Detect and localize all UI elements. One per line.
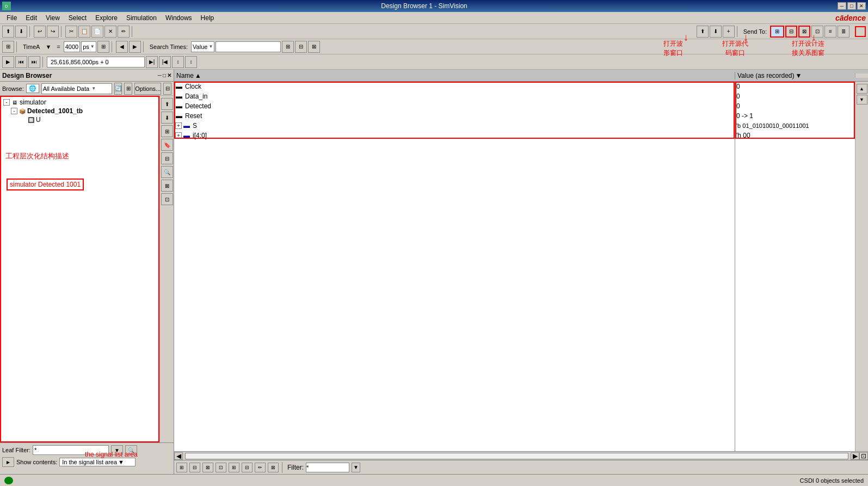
tb1-send5[interactable]: ≡ bbox=[824, 26, 836, 38]
tb3-extra2[interactable]: |◀ bbox=[159, 56, 171, 68]
tb1-nav2[interactable]: ⬇ bbox=[710, 26, 722, 38]
tb2-step[interactable]: ⊞ bbox=[2, 41, 14, 53]
filter-btn5[interactable]: ⊞ bbox=[229, 463, 239, 472]
tb1-send1[interactable]: ⊞ bbox=[770, 26, 784, 38]
tb1-send3[interactable]: ⊠ bbox=[798, 26, 810, 38]
search-type-select[interactable]: Value ▼ bbox=[191, 41, 214, 52]
tree-item-detected-tb[interactable]: - 📦 Detected_1001_tb bbox=[2, 107, 157, 115]
signal-row-datain[interactable]: ▬ Data_in bbox=[174, 91, 735, 101]
detected-tb-expander[interactable]: - bbox=[11, 108, 17, 114]
tb1-send4[interactable]: ⊡ bbox=[811, 26, 823, 38]
browse-options[interactable]: ⊞ bbox=[124, 83, 132, 95]
tb2-search-next[interactable]: ⊠ bbox=[308, 41, 320, 53]
tb2-wave[interactable]: ⊞ bbox=[97, 41, 109, 53]
panel-close-btn[interactable]: ─ bbox=[158, 72, 162, 78]
tb1-paste[interactable]: 📄 bbox=[91, 26, 103, 38]
menu-select[interactable]: Select bbox=[64, 13, 91, 23]
tree-item-u[interactable]: 🔲 U bbox=[2, 115, 157, 124]
tb1-nav1[interactable]: ⬆ bbox=[697, 26, 709, 38]
minimize-button[interactable]: ─ bbox=[838, 2, 846, 10]
value-col-header[interactable]: Value (as recorded) ▼ bbox=[735, 72, 855, 79]
menu-windows[interactable]: Windows bbox=[161, 13, 196, 23]
vb4[interactable]: 🔖 bbox=[161, 139, 173, 151]
signal-name-area[interactable]: ▬ Clock ▬ Data_in ▬ Detected ▬ Reset + bbox=[174, 82, 735, 451]
tb3-play[interactable]: ▶ bbox=[2, 56, 14, 68]
leaf-filter-dropdown[interactable]: ▼ bbox=[111, 445, 123, 455]
browse-refresh[interactable]: 🔄 bbox=[114, 83, 122, 95]
signal-row-detected[interactable]: ▬ Detected bbox=[174, 101, 735, 111]
panel-header-controls[interactable]: ─ □ ✕ bbox=[158, 72, 171, 78]
filter-btn1[interactable]: ⊞ bbox=[176, 463, 187, 472]
panel-x-btn[interactable]: ✕ bbox=[167, 72, 171, 78]
tb2-fwd[interactable]: ▶ bbox=[129, 41, 141, 53]
filter-arrow-btn[interactable]: ▼ bbox=[352, 463, 360, 472]
browse-extra[interactable]: ⊟ bbox=[163, 83, 171, 95]
show-contents-select[interactable]: In the signal list area ▼ bbox=[59, 458, 136, 466]
tb1-undo[interactable]: ↩ bbox=[34, 26, 46, 38]
tb3-extra1[interactable]: ▶| bbox=[146, 56, 158, 68]
tb1-send6[interactable]: ≣ bbox=[838, 26, 849, 38]
tb1-copy[interactable]: 📋 bbox=[78, 26, 90, 38]
tb1-btn2[interactable]: ⬇ bbox=[15, 26, 27, 38]
panel-expand-btn[interactable]: □ bbox=[163, 72, 166, 78]
tb2-back[interactable]: ◀ bbox=[116, 41, 128, 53]
h-scrollbar[interactable]: ◀ ▶ ⊡ bbox=[174, 451, 868, 460]
menu-file[interactable]: File bbox=[2, 13, 21, 23]
filter-input[interactable] bbox=[306, 463, 349, 472]
leaf-filter-input[interactable] bbox=[33, 445, 109, 455]
tb3-extra3[interactable]: ↕ bbox=[172, 56, 184, 68]
tree-item-simulator[interactable]: - 🖥 simulator bbox=[2, 98, 157, 107]
tree-area[interactable]: - 🖥 simulator - 📦 Detected_1001_tb 🔲 U s… bbox=[0, 96, 159, 442]
tb1-delete[interactable]: ✕ bbox=[104, 26, 116, 38]
menu-help[interactable]: Help bbox=[196, 13, 219, 23]
scroll-track[interactable] bbox=[185, 453, 848, 459]
close-button[interactable]: ✕ bbox=[857, 2, 866, 10]
vb8[interactable]: ⊡ bbox=[161, 193, 173, 205]
signal-row-reset[interactable]: ▬ Reset bbox=[174, 111, 735, 121]
menu-explore[interactable]: Explore bbox=[91, 13, 122, 23]
show-arrow-btn[interactable]: ▶ bbox=[2, 457, 14, 467]
tb3-extra4[interactable]: ↕ bbox=[185, 56, 197, 68]
i-expander[interactable]: + bbox=[175, 132, 182, 139]
vb3[interactable]: ⊞ bbox=[161, 125, 173, 137]
leaf-filter-search[interactable]: 🔍 bbox=[125, 445, 137, 455]
vb6[interactable]: 🔍 bbox=[161, 166, 173, 178]
tb1-cut[interactable]: ✂ bbox=[65, 26, 77, 38]
signal-row-s[interactable]: + ▬ S bbox=[174, 121, 735, 131]
tb1-nav3[interactable]: + bbox=[723, 26, 735, 38]
tb1-redo[interactable]: ↪ bbox=[47, 26, 59, 38]
tb1-pencil[interactable]: ✏ bbox=[118, 26, 130, 38]
menu-edit[interactable]: Edit bbox=[21, 13, 41, 23]
tb3-rewind[interactable]: ⏭ bbox=[28, 56, 40, 68]
scroll-left-btn[interactable]: ◀ bbox=[174, 452, 183, 460]
search-input[interactable] bbox=[216, 41, 281, 52]
signal-row-i[interactable]: + ▬ i[4:0] bbox=[174, 131, 735, 140]
filter-btn4[interactable]: ⊡ bbox=[216, 463, 226, 472]
scroll-right-btn[interactable]: ▶ bbox=[851, 452, 859, 460]
filter-btn6[interactable]: ⊟ bbox=[242, 463, 253, 472]
simulator-expander[interactable]: - bbox=[3, 99, 10, 106]
vb5[interactable]: ⊟ bbox=[161, 152, 173, 164]
signal-row-clock[interactable]: ▬ Clock bbox=[174, 82, 735, 91]
tb2-search-exec[interactable]: ⊞ bbox=[282, 41, 294, 53]
window-controls[interactable]: ─ □ ✕ bbox=[838, 2, 866, 10]
vb1[interactable]: ⬆ bbox=[161, 98, 173, 110]
time-value-select[interactable]: 4000 bbox=[64, 41, 80, 52]
filter-btn7[interactable]: ✏ bbox=[255, 463, 266, 472]
vb7[interactable]: ⊠ bbox=[161, 180, 173, 192]
tb1-send2[interactable]: ⊟ bbox=[785, 26, 797, 38]
menu-view[interactable]: View bbox=[41, 13, 64, 23]
tb2-search-prev[interactable]: ⊟ bbox=[295, 41, 307, 53]
filter-btn3[interactable]: ⊠ bbox=[202, 463, 213, 472]
s-expander[interactable]: + bbox=[175, 122, 182, 129]
browse-select[interactable]: All Available Data ▼ bbox=[41, 83, 112, 94]
browse-options-btn[interactable]: Options... bbox=[134, 83, 161, 95]
rsv1[interactable]: ▲ bbox=[857, 84, 867, 94]
vb2[interactable]: ⬇ bbox=[161, 112, 173, 124]
menu-simulation[interactable]: Simulation bbox=[122, 13, 161, 23]
scroll-end-btn[interactable]: ⊡ bbox=[859, 452, 868, 460]
tb3-stop[interactable]: ⏮ bbox=[15, 56, 27, 68]
filter-btn8[interactable]: ⊠ bbox=[268, 463, 279, 472]
rsv2[interactable]: ▼ bbox=[857, 95, 867, 104]
tb1-btn1[interactable]: ⬆ bbox=[2, 26, 14, 38]
